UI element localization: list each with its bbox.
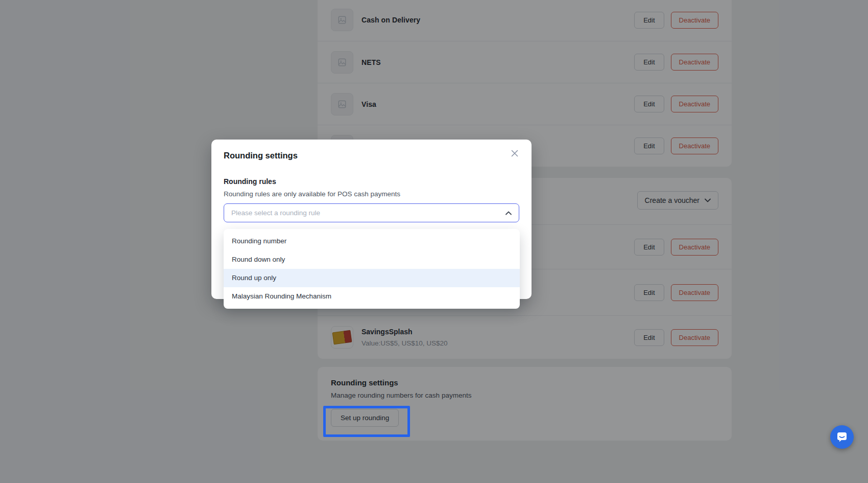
dropdown-option[interactable]: Round up only [224,269,520,287]
rounding-rules-description: Rounding rules are only available for PO… [224,190,519,198]
modal-title: Rounding settings [224,151,519,160]
screen: Cash on Delivery Edit Deactivate NETS Ed… [0,0,868,483]
dropdown-option[interactable]: Rounding number [224,232,520,250]
chat-icon [836,431,848,443]
rounding-rule-dropdown: Rounding number Round down only Round up… [224,229,520,309]
close-button[interactable] [510,149,519,158]
chat-launcher-button[interactable] [830,425,854,449]
dropdown-option[interactable]: Malaysian Rounding Mechanism [224,287,520,306]
rounding-rule-select[interactable]: Please select a rounding rule [224,203,519,222]
close-icon [511,149,519,157]
dropdown-option[interactable]: Round down only [224,250,520,269]
setup-rounding-highlight-box [323,406,410,437]
rounding-settings-modal: Rounding settings Rounding rules Roundin… [211,140,532,299]
rounding-rules-label: Rounding rules [224,177,519,186]
chevron-up-icon [505,211,512,215]
select-placeholder: Please select a rounding rule [231,209,505,217]
